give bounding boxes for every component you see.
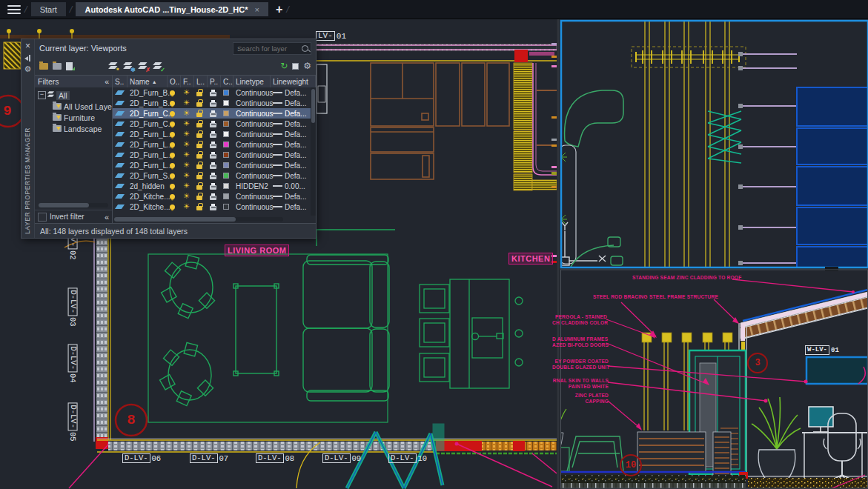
layer-row[interactable]: 2D_Furn_L...ContinuousDefa...: [113, 129, 316, 139]
new-tab-button[interactable]: +: [276, 6, 282, 13]
layer-color-swatch[interactable]: [223, 152, 229, 158]
layer-on-icon[interactable]: [170, 184, 175, 189]
filters-horizontal-scrollbar[interactable]: [39, 203, 108, 207]
layer-search-input[interactable]: [236, 44, 302, 53]
layer-on-icon[interactable]: [170, 111, 175, 116]
palette-properties-icon[interactable]: ⚙: [24, 65, 32, 73]
layer-unlock-icon[interactable]: [196, 113, 202, 117]
layer-unlock-icon[interactable]: [196, 175, 202, 179]
palette-close-button[interactable]: ×: [25, 41, 30, 50]
collapse-filters-icon[interactable]: «: [105, 77, 109, 86]
layer-on-icon[interactable]: [170, 142, 175, 147]
layer-thaw-icon[interactable]: [183, 99, 190, 107]
layer-thaw-icon[interactable]: [183, 89, 190, 96]
bottom-right-viewport[interactable]: [561, 270, 868, 488]
layer-plot-icon[interactable]: [210, 196, 216, 200]
layer-plot-icon[interactable]: [210, 164, 216, 169]
layer-color-swatch[interactable]: [223, 100, 229, 106]
layer-color-swatch[interactable]: [223, 121, 229, 127]
layer-color-swatch[interactable]: [223, 173, 229, 179]
layer-unlock-icon[interactable]: [196, 92, 202, 96]
layer-row[interactable]: 2D_Furn_S...ContinuousDefa...: [113, 170, 316, 181]
layer-thaw-icon[interactable]: [183, 110, 190, 117]
layer-plot-icon[interactable]: [210, 113, 216, 117]
palette-autohide-pin-icon[interactable]: [24, 55, 31, 61]
layer-thaw-icon[interactable]: [183, 120, 190, 127]
column-color[interactable]: C..: [221, 76, 233, 87]
filter-tree-item-all[interactable]: − All: [35, 90, 112, 101]
layer-row[interactable]: 2D_Furn_C...ContinuousDefa...: [113, 119, 316, 129]
layer-on-icon[interactable]: [170, 153, 175, 158]
layer-search-box[interactable]: [233, 42, 311, 55]
new-property-filter-icon[interactable]: [39, 63, 48, 70]
settings-gear-icon[interactable]: ⚙: [303, 62, 311, 70]
delete-layer-icon[interactable]: ✗: [138, 61, 148, 71]
layer-row-selected[interactable]: 2D_Furn_C...ContinuousDefa...: [113, 108, 316, 119]
pane-toggle-icon[interactable]: [292, 63, 299, 70]
layer-list-vertical-scrollbar[interactable]: [311, 87, 316, 216]
layer-thaw-icon[interactable]: [183, 151, 190, 159]
layer-plot-icon[interactable]: [210, 123, 216, 127]
layer-plot-icon[interactable]: [210, 206, 216, 210]
layer-thaw-icon[interactable]: [183, 203, 190, 210]
layer-color-swatch[interactable]: [223, 142, 229, 147]
layer-plot-icon[interactable]: [210, 175, 216, 179]
column-linetype[interactable]: Linetype: [233, 76, 271, 87]
column-lock[interactable]: L..: [194, 76, 208, 87]
new-group-filter-icon[interactable]: [53, 63, 62, 70]
layer-color-swatch[interactable]: [223, 193, 229, 199]
layer-list-horizontal-scrollbar[interactable]: [114, 217, 283, 222]
layer-color-swatch[interactable]: [223, 183, 229, 189]
layer-plot-icon[interactable]: [210, 102, 216, 107]
layer-unlock-icon[interactable]: [196, 206, 202, 210]
layer-unlock-icon[interactable]: [196, 164, 202, 169]
layer-unlock-icon[interactable]: [196, 133, 202, 138]
layer-unlock-icon[interactable]: [196, 154, 202, 159]
refresh-icon[interactable]: ↻: [280, 61, 288, 70]
layer-row[interactable]: 2D_Furn_L...ContinuousDefa...: [113, 150, 316, 160]
layer-color-swatch[interactable]: [223, 162, 229, 168]
layer-row[interactable]: 2D_Furn_L...ContinuousDefa...: [113, 160, 316, 170]
invert-filter-checkbox[interactable]: [38, 213, 47, 222]
layer-row[interactable]: 2D_Furn_B...ContinuousDefa...: [113, 87, 316, 98]
column-lineweight[interactable]: Lineweight: [271, 76, 316, 87]
layer-color-swatch[interactable]: [223, 110, 229, 116]
layer-on-icon[interactable]: [170, 194, 175, 199]
layer-thaw-icon[interactable]: [183, 172, 190, 179]
layer-color-swatch[interactable]: [223, 90, 229, 96]
layer-row[interactable]: 2D_Kitche...ContinuousDefa...: [113, 202, 316, 212]
layer-on-icon[interactable]: [170, 173, 175, 179]
tab-start[interactable]: Start: [31, 2, 66, 16]
layer-unlock-icon[interactable]: [196, 144, 202, 148]
layer-on-icon[interactable]: [170, 101, 175, 106]
layer-on-icon[interactable]: [170, 90, 175, 96]
filter-tree-item-all-used[interactable]: All Used Laye: [35, 101, 112, 112]
column-on[interactable]: O..: [168, 76, 181, 87]
column-freeze[interactable]: F..: [181, 76, 194, 87]
layer-plot-icon[interactable]: [210, 133, 216, 138]
new-layer-vp-frozen-icon[interactable]: ❄: [123, 61, 133, 71]
column-plot[interactable]: P..: [208, 76, 221, 87]
layer-thaw-icon[interactable]: [183, 141, 190, 148]
filter-tree-item-landscape[interactable]: Landscape: [35, 123, 112, 134]
app-menu-icon[interactable]: [7, 5, 21, 14]
layer-on-icon[interactable]: [170, 132, 175, 137]
set-current-layer-icon[interactable]: ✓: [153, 61, 163, 71]
layer-on-icon[interactable]: [170, 163, 175, 168]
layer-thaw-icon[interactable]: [183, 193, 190, 200]
layer-row[interactable]: 2d_hiddenHIDDEN20.00...: [113, 181, 316, 191]
layer-thaw-icon[interactable]: [183, 130, 190, 138]
layer-plot-icon[interactable]: [210, 92, 216, 96]
top-right-viewport[interactable]: [561, 21, 868, 267]
layer-unlock-icon[interactable]: [196, 196, 202, 200]
tree-expand-icon[interactable]: −: [38, 91, 46, 99]
layer-plot-icon[interactable]: [210, 185, 216, 190]
layer-color-swatch[interactable]: [223, 204, 229, 210]
layer-states-manager-icon[interactable]: [66, 62, 73, 70]
column-name[interactable]: Name▲: [127, 76, 168, 87]
layer-on-icon[interactable]: [170, 204, 175, 210]
layer-thaw-icon[interactable]: [183, 182, 190, 190]
layer-plot-icon[interactable]: [210, 144, 216, 148]
new-layer-icon[interactable]: ＊: [108, 61, 119, 71]
column-status[interactable]: S..: [113, 76, 127, 87]
